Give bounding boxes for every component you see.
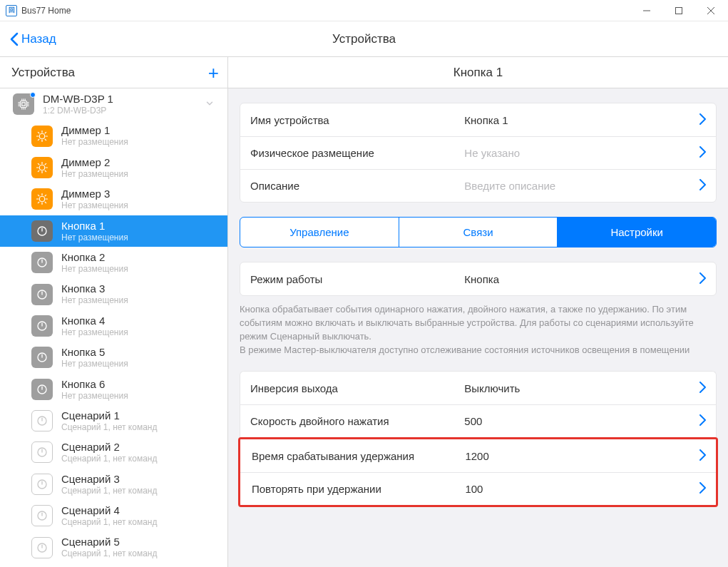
svg-line-43 (38, 202, 39, 203)
script-icon (31, 474, 53, 495)
device-item-name: Кнопка 3 (61, 282, 219, 295)
svg-line-24 (45, 139, 46, 141)
device-item[interactable]: Сценарий 3Сценарий 1, нет команд (0, 469, 227, 500)
device-item[interactable]: Сценарий 2Сценарий 1, нет команд (0, 436, 227, 468)
device-item-name: Диммер 2 (61, 156, 219, 169)
device-item-sub: Сценарий 1, нет команд (61, 454, 219, 464)
script-icon (31, 537, 53, 558)
dimmer-icon (31, 188, 53, 210)
svg-rect-1 (675, 7, 682, 14)
dimmer-icon (31, 157, 53, 178)
row-double-speed[interactable]: Скорость двойного нажатия 500 (240, 404, 716, 437)
device-item[interactable]: Диммер 2Нет размещения (0, 152, 227, 183)
row-mode[interactable]: Режим работы Кнопка (240, 262, 716, 295)
detail-title: Кнопка 1 (228, 57, 728, 88)
status-dot-icon (30, 92, 36, 98)
device-group-name: DM-WB-D3P 1 (43, 93, 205, 106)
button-icon (31, 284, 53, 305)
device-item-name: Кнопка 2 (61, 251, 219, 264)
device-item[interactable]: Кнопка 4Нет размещения (0, 310, 227, 342)
device-item-sub: Нет размещения (61, 359, 219, 369)
device-item[interactable]: Сценарий 4Сценарий 1, нет команд (0, 500, 227, 531)
device-item[interactable]: Кнопка 5Нет размещения (0, 342, 227, 373)
chevron-right-icon (699, 179, 706, 193)
device-group-sub: 1:2 DM-WB-D3P (43, 106, 205, 116)
device-item-name: Сценарий 2 (61, 441, 219, 454)
row-device-name[interactable]: Имя устройства Кнопка 1 (240, 103, 716, 136)
device-item-sub: Нет размещения (61, 200, 219, 210)
button-icon (31, 347, 53, 368)
tab-control[interactable]: Управление (240, 218, 399, 247)
device-item-sub: Нет размещения (61, 264, 219, 274)
add-device-button[interactable]: + (208, 63, 219, 82)
svg-point-27 (39, 165, 45, 170)
tab-links[interactable]: Связи (399, 218, 558, 247)
svg-line-41 (38, 195, 39, 197)
device-item-sub: Сценарий 1, нет команд (61, 548, 219, 558)
chevron-right-icon (699, 449, 706, 463)
svg-rect-4 (21, 101, 27, 108)
close-button[interactable] (694, 0, 727, 21)
device-list: DM-WB-D3P 1 1:2 DM-WB-D3P Диммер 1Нет ра… (0, 88, 227, 567)
device-item-sub: Нет размещения (61, 391, 219, 401)
back-label: Назад (21, 32, 56, 46)
device-item-name: Кнопка 4 (61, 315, 219, 327)
sidebar: Устройства + DM-WB-D3P 1 1:2 DM-WB-D3P Д… (0, 57, 228, 567)
tab-settings[interactable]: Настройки (557, 218, 716, 247)
chevron-right-icon (699, 146, 706, 160)
button-icon (31, 220, 53, 242)
sidebar-title: Устройства (11, 66, 75, 80)
chip-icon (13, 93, 34, 115)
chevron-down-icon (205, 98, 215, 111)
chevron-right-icon (699, 414, 706, 428)
chevron-right-icon (699, 482, 706, 496)
device-item-name: Сценарий 3 (61, 473, 219, 486)
device-group[interactable]: DM-WB-D3P 1 1:2 DM-WB-D3P (0, 88, 227, 120)
page-title: Устройства (332, 32, 396, 46)
svg-line-44 (45, 195, 46, 197)
chevron-right-icon (699, 113, 706, 127)
device-item[interactable]: Кнопка 3Нет размещения (0, 278, 227, 310)
device-item-sub: Сценарий 1, нет команд (61, 422, 219, 432)
row-placement[interactable]: Физическое размещение Не указано (240, 136, 716, 169)
device-item-sub: Нет размещения (61, 137, 219, 147)
device-item-name: Кнопка 5 (61, 346, 219, 359)
device-item-name: Диммер 3 (61, 188, 219, 200)
script-icon (31, 441, 53, 463)
device-item-sub: Сценарий 1, нет команд (61, 517, 219, 527)
back-button[interactable]: Назад (0, 32, 66, 46)
device-item-name: Сценарий 1 (61, 409, 219, 422)
row-hold-time[interactable]: Время срабатывания удержания 1200 (240, 439, 716, 472)
svg-point-36 (39, 197, 45, 203)
svg-line-33 (45, 170, 46, 172)
device-item[interactable]: Диммер 3Нет размещения (0, 183, 227, 215)
device-item-sub: Сценарий 1, нет команд (61, 486, 219, 496)
svg-line-25 (38, 139, 39, 141)
highlighted-settings: Время срабатывания удержания 1200 Повтор… (238, 437, 718, 507)
device-item[interactable]: Кнопка 2Нет размещения (0, 247, 227, 278)
script-icon (31, 410, 53, 431)
svg-line-35 (45, 163, 46, 165)
device-item[interactable]: Кнопка 1Нет размещения (0, 215, 227, 247)
row-inversion[interactable]: Инверсия выхода Выключить (240, 372, 716, 404)
device-item[interactable]: Сценарий 5Сценарий 1, нет команд (0, 531, 227, 563)
device-item-name: Сценарий 5 (61, 536, 219, 548)
button-icon (31, 315, 53, 337)
chevron-right-icon (699, 382, 706, 395)
device-item[interactable]: Диммер 1Нет размещения (0, 120, 227, 151)
button-icon (31, 379, 53, 400)
device-item[interactable]: Кнопка 6Нет размещения (0, 374, 227, 405)
maximize-button[interactable] (662, 0, 694, 21)
mode-info-text: Кнопка обрабатывает события одинарного н… (240, 303, 717, 357)
script-icon (31, 505, 53, 526)
svg-line-26 (45, 132, 46, 133)
row-repeat-hold[interactable]: Повторять при удержании 100 (240, 472, 716, 505)
device-item-name: Сценарий 4 (61, 504, 219, 517)
tabs: Управление Связи Настройки (240, 217, 717, 247)
device-item[interactable]: Сценарий 1Сценарий 1, нет команд (0, 405, 227, 436)
svg-point-18 (39, 133, 45, 139)
svg-line-23 (38, 132, 39, 133)
minimize-button[interactable] (630, 0, 662, 21)
svg-line-32 (38, 163, 39, 165)
row-description[interactable]: Описание Введите описание (240, 169, 716, 202)
